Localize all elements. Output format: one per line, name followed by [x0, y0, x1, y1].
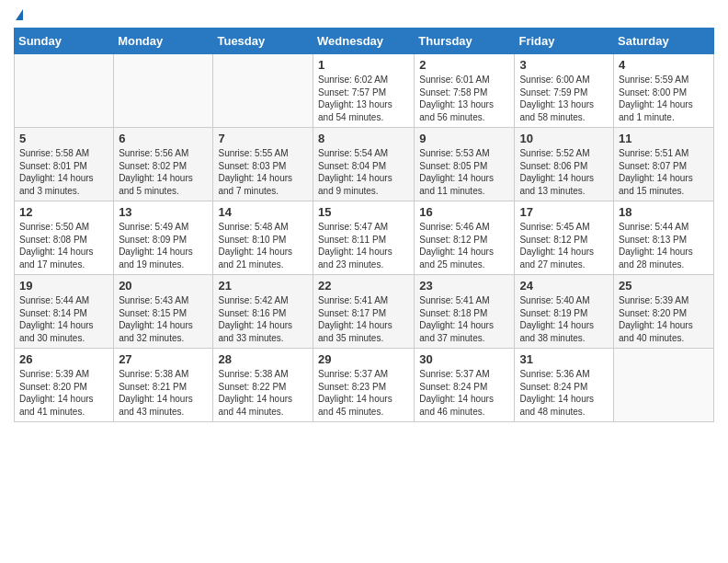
day-number: 18: [619, 205, 709, 219]
calendar-header-row: SundayMondayTuesdayWednesdayThursdayFrid…: [15, 29, 714, 54]
day-number: 13: [119, 205, 208, 219]
day-number: 19: [19, 279, 108, 293]
calendar-week-row: 5Sunrise: 5:58 AMSunset: 8:01 PMDaylight…: [15, 128, 714, 201]
day-info: Sunrise: 5:53 AMSunset: 8:05 PMDaylight:…: [419, 147, 509, 197]
calendar-cell: 24Sunrise: 5:40 AMSunset: 8:19 PMDayligh…: [515, 275, 614, 349]
day-info: Sunrise: 5:42 AMSunset: 8:16 PMDaylight:…: [218, 294, 308, 344]
calendar-cell: 6Sunrise: 5:56 AMSunset: 8:02 PMDaylight…: [114, 128, 213, 201]
header-monday: Monday: [114, 29, 213, 54]
day-number: 27: [119, 352, 208, 366]
day-number: 9: [419, 132, 509, 145]
calendar-week-row: 1Sunrise: 6:02 AMSunset: 7:57 PMDaylight…: [15, 54, 714, 128]
day-info: Sunrise: 5:59 AMSunset: 8:00 PMDaylight:…: [619, 74, 709, 123]
day-info: Sunrise: 5:47 AMSunset: 8:11 PMDaylight:…: [318, 221, 409, 270]
day-info: Sunrise: 6:02 AMSunset: 7:57 PMDaylight:…: [318, 74, 409, 123]
calendar-cell: 21Sunrise: 5:42 AMSunset: 8:16 PMDayligh…: [213, 275, 313, 349]
day-number: 24: [519, 279, 609, 293]
day-number: 2: [419, 58, 509, 72]
day-number: 16: [419, 205, 509, 219]
day-number: 21: [218, 279, 308, 293]
day-info: Sunrise: 5:44 AMSunset: 8:13 PMDaylight:…: [619, 221, 709, 270]
calendar-week-row: 26Sunrise: 5:39 AMSunset: 8:20 PMDayligh…: [15, 349, 714, 422]
day-number: 14: [218, 205, 308, 219]
calendar-cell: 9Sunrise: 5:53 AMSunset: 8:05 PMDaylight…: [415, 128, 515, 201]
day-number: 26: [19, 352, 108, 366]
calendar-cell: 14Sunrise: 5:48 AMSunset: 8:10 PMDayligh…: [213, 201, 313, 275]
calendar-cell: 16Sunrise: 5:46 AMSunset: 8:12 PMDayligh…: [415, 201, 515, 275]
day-info: Sunrise: 5:49 AMSunset: 8:09 PMDaylight:…: [119, 221, 208, 270]
calendar-cell: 22Sunrise: 5:41 AMSunset: 8:17 PMDayligh…: [313, 275, 415, 349]
day-info: Sunrise: 5:37 AMSunset: 8:23 PMDaylight:…: [318, 368, 409, 418]
calendar-cell: 31Sunrise: 5:36 AMSunset: 8:24 PMDayligh…: [515, 349, 614, 422]
day-info: Sunrise: 5:45 AMSunset: 8:12 PMDaylight:…: [519, 221, 609, 270]
day-info: Sunrise: 5:58 AMSunset: 8:01 PMDaylight:…: [19, 147, 108, 197]
day-number: 23: [419, 279, 509, 293]
header-tuesday: Tuesday: [213, 29, 313, 54]
day-info: Sunrise: 5:44 AMSunset: 8:14 PMDaylight:…: [19, 294, 108, 344]
calendar-cell: 25Sunrise: 5:39 AMSunset: 8:20 PMDayligh…: [614, 275, 714, 349]
header-wednesday: Wednesday: [313, 29, 415, 54]
calendar-cell: 15Sunrise: 5:47 AMSunset: 8:11 PMDayligh…: [313, 201, 415, 275]
calendar-cell: 17Sunrise: 5:45 AMSunset: 8:12 PMDayligh…: [515, 201, 614, 275]
calendar-cell: [614, 349, 714, 422]
day-number: 12: [19, 205, 108, 219]
day-number: 7: [218, 132, 308, 145]
day-number: 30: [419, 352, 509, 366]
header-saturday: Saturday: [614, 29, 714, 54]
day-info: Sunrise: 6:00 AMSunset: 7:59 PMDaylight:…: [519, 74, 609, 123]
day-number: 20: [119, 279, 208, 293]
calendar-cell: 2Sunrise: 6:01 AMSunset: 7:58 PMDaylight…: [415, 54, 515, 128]
calendar-cell: 8Sunrise: 5:54 AMSunset: 8:04 PMDaylight…: [313, 128, 415, 201]
day-info: Sunrise: 5:36 AMSunset: 8:24 PMDaylight:…: [519, 368, 609, 418]
day-info: Sunrise: 6:01 AMSunset: 7:58 PMDaylight:…: [419, 74, 509, 123]
calendar-week-row: 12Sunrise: 5:50 AMSunset: 8:08 PMDayligh…: [15, 201, 714, 275]
logo-triangle-icon: [16, 9, 23, 20]
day-number: 8: [318, 132, 409, 145]
day-info: Sunrise: 5:56 AMSunset: 8:02 PMDaylight:…: [119, 147, 208, 197]
calendar-cell: 5Sunrise: 5:58 AMSunset: 8:01 PMDaylight…: [15, 128, 114, 201]
calendar-cell: [114, 54, 213, 128]
day-info: Sunrise: 5:37 AMSunset: 8:24 PMDaylight:…: [419, 368, 509, 418]
day-number: 22: [318, 279, 409, 293]
day-info: Sunrise: 5:39 AMSunset: 8:20 PMDaylight:…: [619, 294, 709, 344]
calendar-cell: 12Sunrise: 5:50 AMSunset: 8:08 PMDayligh…: [15, 201, 114, 275]
calendar-cell: 7Sunrise: 5:55 AMSunset: 8:03 PMDaylight…: [213, 128, 313, 201]
day-info: Sunrise: 5:51 AMSunset: 8:07 PMDaylight:…: [619, 147, 709, 197]
day-number: 11: [619, 132, 709, 145]
day-number: 10: [519, 132, 609, 145]
calendar-cell: [15, 54, 114, 128]
calendar-week-row: 19Sunrise: 5:44 AMSunset: 8:14 PMDayligh…: [15, 275, 714, 349]
calendar-cell: 3Sunrise: 6:00 AMSunset: 7:59 PMDaylight…: [515, 54, 614, 128]
calendar-body: 1Sunrise: 6:02 AMSunset: 7:57 PMDaylight…: [15, 54, 714, 422]
header-thursday: Thursday: [415, 29, 515, 54]
logo: [14, 9, 23, 20]
calendar-cell: [213, 54, 313, 128]
day-info: Sunrise: 5:50 AMSunset: 8:08 PMDaylight:…: [19, 221, 108, 270]
calendar-cell: 13Sunrise: 5:49 AMSunset: 8:09 PMDayligh…: [114, 201, 213, 275]
day-number: 15: [318, 205, 409, 219]
day-number: 28: [218, 352, 308, 366]
day-info: Sunrise: 5:43 AMSunset: 8:15 PMDaylight:…: [119, 294, 208, 344]
day-info: Sunrise: 5:38 AMSunset: 8:21 PMDaylight:…: [119, 368, 208, 418]
day-info: Sunrise: 5:41 AMSunset: 8:17 PMDaylight:…: [318, 294, 409, 344]
day-info: Sunrise: 5:46 AMSunset: 8:12 PMDaylight:…: [419, 221, 509, 270]
day-info: Sunrise: 5:40 AMSunset: 8:19 PMDaylight:…: [519, 294, 609, 344]
calendar-cell: 11Sunrise: 5:51 AMSunset: 8:07 PMDayligh…: [614, 128, 714, 201]
calendar-cell: 28Sunrise: 5:38 AMSunset: 8:22 PMDayligh…: [213, 349, 313, 422]
day-number: 17: [519, 205, 609, 219]
calendar-cell: 1Sunrise: 6:02 AMSunset: 7:57 PMDaylight…: [313, 54, 415, 128]
calendar-cell: 19Sunrise: 5:44 AMSunset: 8:14 PMDayligh…: [15, 275, 114, 349]
calendar-cell: 10Sunrise: 5:52 AMSunset: 8:06 PMDayligh…: [515, 128, 614, 201]
header-friday: Friday: [515, 29, 614, 54]
day-number: 6: [119, 132, 208, 145]
calendar-cell: 26Sunrise: 5:39 AMSunset: 8:20 PMDayligh…: [15, 349, 114, 422]
calendar-cell: 29Sunrise: 5:37 AMSunset: 8:23 PMDayligh…: [313, 349, 415, 422]
day-number: 29: [318, 352, 409, 366]
calendar-cell: 23Sunrise: 5:41 AMSunset: 8:18 PMDayligh…: [415, 275, 515, 349]
day-number: 1: [318, 58, 409, 72]
day-info: Sunrise: 5:41 AMSunset: 8:18 PMDaylight:…: [419, 294, 509, 344]
calendar-cell: 20Sunrise: 5:43 AMSunset: 8:15 PMDayligh…: [114, 275, 213, 349]
header-sunday: Sunday: [15, 29, 114, 54]
calendar-cell: 27Sunrise: 5:38 AMSunset: 8:21 PMDayligh…: [114, 349, 213, 422]
calendar-table: SundayMondayTuesdayWednesdayThursdayFrid…: [14, 28, 714, 422]
